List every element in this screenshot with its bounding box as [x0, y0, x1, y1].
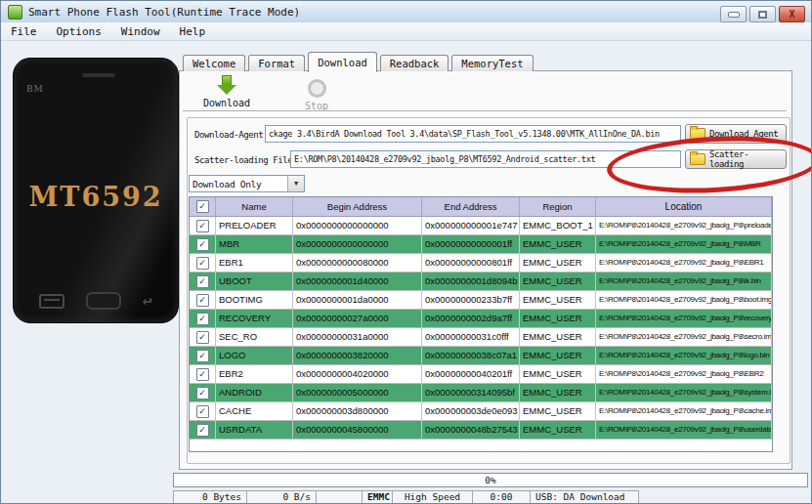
close-button[interactable]: X [779, 6, 805, 22]
row-checkbox-cell: ✓ [190, 235, 216, 253]
maximize-icon [758, 11, 767, 19]
tab-memorytest[interactable]: MemoryTest [451, 55, 533, 71]
cell-end-address: 0x00000000000801ff [422, 254, 520, 272]
toolbar-separator [183, 110, 787, 114]
row-checkbox-cell: ✓ [190, 291, 216, 309]
cell-begin-address: 0x0000000000080000 [293, 254, 422, 272]
status-connection: USB: DA Download [530, 490, 639, 504]
row-checkbox-cell: ✓ [190, 347, 216, 364]
checkbox[interactable]: ✓ [196, 331, 209, 344]
download-button[interactable]: Download [192, 75, 261, 108]
cell-region: EMMC_USER [520, 384, 596, 401]
checkbox[interactable]: ✓ [196, 275, 209, 288]
cell-name: ANDROID [216, 384, 293, 401]
folder-icon [690, 153, 705, 165]
cell-begin-address: 0x000000003d800000 [293, 402, 422, 420]
flash-tool-window: Smart Phone Flash Tool(Runtime Trace Mod… [0, 0, 812, 504]
table-row[interactable]: ✓CACHE0x000000003d8000000x000000003de0e0… [190, 402, 772, 421]
checkbox[interactable]: ✓ [196, 387, 209, 399]
table-header-cell: Region [520, 197, 596, 216]
phone-home-icon [86, 292, 121, 310]
cell-name: PRELOADER [216, 217, 293, 234]
cell-end-address: 0x0000000001d8094b [422, 273, 520, 290]
cell-region: EMMC_USER [520, 365, 596, 383]
phone-back-icon: ↩ [143, 294, 152, 308]
menu-item-file[interactable]: File [1, 24, 47, 39]
status-bar: 0 Bytes0 B/sEMMCHigh Speed0:00USB: DA Do… [174, 490, 639, 504]
table-row[interactable]: ✓ANDROID0x00000000050000000x000000003140… [190, 384, 772, 402]
table-row[interactable]: ✓UBOOT0x0000000001d400000x0000000001d809… [190, 273, 772, 291]
row-checkbox-cell: ✓ [190, 365, 216, 383]
cell-begin-address: 0x0000000001da0000 [293, 291, 422, 309]
table-row[interactable]: ✓BOOTIMG0x0000000001da00000x000000000233… [190, 291, 772, 310]
tab-welcome[interactable]: Welcome [183, 55, 245, 71]
table-row[interactable]: ✓SEC_RO0x00000000031a00000x00000000031c0… [190, 328, 772, 347]
menu-item-help[interactable]: Help [170, 24, 216, 39]
row-checkbox-cell: ✓ [190, 217, 216, 234]
table-row[interactable]: ✓RECOVERY0x00000000027a00000x0000000002d… [190, 310, 772, 328]
status-bytes: 0 Bytes [173, 490, 247, 504]
checkbox[interactable]: ✓ [196, 200, 209, 213]
status-empty [316, 490, 363, 504]
maximize-button[interactable] [749, 6, 776, 22]
checkbox[interactable]: ✓ [196, 313, 209, 325]
cell-end-address: 0x000000000001e747 [422, 217, 520, 234]
table-row[interactable]: ✓LOGO0x00000000038200000x00000000038c07a… [190, 347, 772, 365]
cell-name: USRDATA [216, 421, 293, 439]
download-agent-button-label: Download Agent [709, 129, 778, 139]
table-header-cell: End Address [422, 197, 520, 216]
tab-format[interactable]: Format [248, 55, 305, 71]
stop-button[interactable]: Stop [282, 77, 351, 111]
app-icon [8, 5, 22, 20]
row-checkbox-cell: ✓ [190, 328, 216, 346]
cell-begin-address: 0x0000000004020000 [293, 365, 422, 383]
checkbox[interactable]: ✓ [196, 220, 209, 232]
checkbox[interactable]: ✓ [196, 238, 209, 251]
stop-icon [308, 79, 326, 98]
menu-item-options[interactable]: Options [47, 24, 111, 39]
table-row[interactable]: ✓EBR10x00000000000800000x00000000000801f… [190, 254, 772, 273]
row-checkbox-cell: ✓ [190, 402, 216, 420]
download-agent-input[interactable] [265, 125, 681, 143]
table-row[interactable]: ✓PRELOADER0x00000000000000000x0000000000… [190, 217, 772, 235]
cell-location: E:\ROM\P8\20140428_e2709v92_jbaolg_P8\se… [596, 328, 772, 346]
checkbox[interactable]: ✓ [196, 405, 209, 418]
download-mode-dropdown[interactable]: Download Only ▼ [189, 175, 305, 192]
scatter-loading-label: Scatter-loading File [194, 155, 292, 165]
menu-bar: FileOptionsWindowHelp [1, 22, 811, 41]
cell-name: MBR [216, 235, 293, 253]
cell-location: E:\ROM\P8\20140428_e2709v92_jbaolg_P8\ca… [596, 402, 772, 420]
cell-name: UBOOT [216, 273, 293, 290]
download-agent-button[interactable]: Download Agent [685, 124, 787, 144]
download-agent-label: Download-Agent [194, 130, 263, 140]
window-title: Smart Phone Flash Tool(Runtime Trace Mod… [28, 6, 300, 19]
tab-readback[interactable]: Readback [380, 55, 449, 71]
minimize-button[interactable] [720, 6, 747, 22]
scatter-loading-button[interactable]: Scatter-loading [685, 149, 787, 169]
cell-end-address: 0x00000000000001ff [422, 235, 520, 253]
cell-region: EMMC_USER [520, 402, 596, 420]
checkbox[interactable]: ✓ [196, 257, 209, 270]
cell-end-address: 0x00000000040201ff [422, 365, 520, 383]
table-header-cell: ✓ [190, 197, 216, 216]
status-usb-speed: High Speed [392, 490, 473, 504]
checkbox[interactable]: ✓ [196, 294, 209, 307]
cell-region: EMMC_USER [520, 291, 596, 309]
table-row[interactable]: ✓EBR20x00000000040200000x00000000040201f… [190, 365, 772, 384]
tab-download[interactable]: Download [308, 52, 377, 72]
checkbox[interactable]: ✓ [196, 424, 209, 437]
cell-region: EMMC_USER [520, 273, 596, 290]
menu-item-window[interactable]: Window [111, 24, 170, 39]
checkbox[interactable]: ✓ [196, 350, 209, 362]
cell-end-address: 0x0000000002d9a7ff [422, 310, 520, 327]
table-row[interactable]: ✓USRDATA0x00000000458000000x0000000048b2… [190, 421, 772, 440]
table-row[interactable]: ✓MBR0x00000000000000000x00000000000001ff… [190, 235, 772, 254]
scatter-file-input[interactable] [290, 150, 681, 168]
cell-begin-address: 0x0000000003820000 [293, 347, 422, 364]
checkbox[interactable]: ✓ [196, 368, 209, 381]
status-speed: 0 B/s [246, 490, 317, 504]
row-checkbox-cell: ✓ [190, 273, 216, 290]
cell-region: EMMC_USER [520, 254, 596, 272]
cell-location: E:\ROM\P8\20140428_e2709v92_jbaolg_P8\pr… [596, 217, 772, 234]
phone-brand-label: BM [26, 84, 44, 94]
